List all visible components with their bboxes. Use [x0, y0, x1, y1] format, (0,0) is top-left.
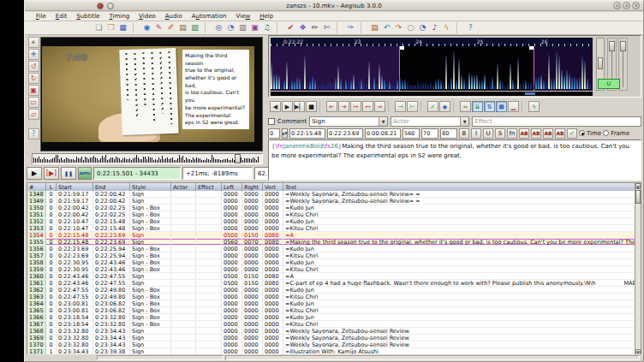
subtitle-row[interactable]: 1364 0 0:23:00.81 0:23:06.82 Sign - Box …	[27, 300, 637, 307]
subtitle-row[interactable]: 1358 0 0:22:30.95 0:22:43.46 Sign - Box …	[27, 259, 637, 266]
duration-field[interactable]: 0:00:08.21	[365, 128, 401, 139]
save-subtitles-icon[interactable]: ▦	[117, 22, 128, 33]
audio-stop-icon[interactable]: ■	[306, 101, 317, 112]
select-lines-icon[interactable]: ▥	[237, 22, 248, 33]
grid-scrollbar[interactable]: ▲ ▼	[635, 182, 641, 356]
subtitle-row[interactable]: 1361 0 0:22:43.46 0:22:47.55 Sign 0500 0…	[27, 280, 637, 287]
auto-next-icon[interactable]: ⇊	[472, 101, 483, 112]
properties-icon[interactable]: ◉	[141, 22, 152, 33]
audio-h-scrollbar[interactable]	[271, 92, 593, 96]
layer-spinner[interactable]: 0	[268, 128, 280, 139]
resample-resolution-icon[interactable]: ▧	[189, 22, 200, 33]
subtitle-row[interactable]: 1360 0 0:22:43.46 0:22:47.55 Sign 0500 0…	[27, 273, 637, 280]
grid-header-cell[interactable]: Text	[283, 183, 637, 191]
open-subtitles-icon[interactable]: ❒	[105, 22, 116, 33]
subtitle-row[interactable]: 1349 0 0:21:59.17 0:22:00.42 Sign 0000 0…	[27, 198, 637, 205]
menu-help[interactable]: Help	[255, 12, 277, 21]
assdraw-icon[interactable]: ✑	[345, 22, 356, 33]
translation-assistant-icon[interactable]: ❖	[297, 22, 308, 33]
video-help-icon[interactable]: ?	[28, 128, 39, 139]
grid-header-cell[interactable]: Actor	[171, 183, 196, 191]
subtitle-row[interactable]: 1366 0 0:23:18.54 0:23:32.80 Sign - Box …	[27, 314, 637, 321]
video-seek-bar[interactable]	[32, 153, 263, 164]
italic-button[interactable]: I	[471, 128, 481, 139]
auto-commit-icon[interactable]: ≈	[460, 101, 471, 112]
scale-tool-icon[interactable]: ▣	[28, 85, 39, 96]
play-selection-button[interactable]: [▶]	[44, 167, 59, 180]
font-button[interactable]: fn	[507, 128, 517, 139]
open-video-icon[interactable]: ▣	[249, 22, 260, 33]
timing-postprocessor-icon[interactable]: ♪	[429, 22, 440, 33]
start-time-field[interactable]: 0:22:15.48	[289, 128, 325, 139]
drag-tool-icon[interactable]: ✛	[28, 49, 39, 60]
pause-button[interactable]: ❚❚	[61, 167, 76, 180]
frame-radio[interactable]	[603, 130, 609, 136]
lead-out-icon[interactable]: ⊢	[407, 101, 418, 112]
chevron-down-icon[interactable]: ▼	[460, 117, 468, 126]
auto-seek-toggle[interactable]: AUTO	[78, 167, 92, 180]
bold-button[interactable]: B	[459, 128, 469, 139]
audio-link-button[interactable]: ∪	[598, 79, 620, 89]
grid-header-cell[interactable]: Vert	[263, 183, 283, 191]
play-button[interactable]: ▶	[27, 167, 42, 180]
styling-assistant-icon[interactable]: ✏	[309, 22, 320, 33]
grid-header-cell[interactable]: End	[93, 183, 130, 191]
commit-button[interactable]: ✓	[567, 128, 577, 139]
subtitle-row[interactable]: 1355 0 0:22:15.48 0:22:23.69 Sign 0560 0…	[27, 239, 637, 246]
shadow-color-button[interactable]: AB	[555, 128, 565, 139]
grid-scroll-thumb[interactable]	[635, 190, 641, 204]
go-to-selection-icon[interactable]: ◆	[439, 101, 450, 112]
play-500ms-after-icon[interactable]: ⇥	[338, 101, 349, 112]
video-display[interactable]: 7:49 Making the third season true to the…	[40, 37, 263, 151]
spectrum-mode-icon[interactable]: ▦	[496, 101, 507, 112]
menu-automation[interactable]: Automation	[188, 12, 231, 21]
shift-times-icon[interactable]: ◔	[225, 22, 236, 33]
subtitle-row[interactable]: 1352 0 0:22:10.47 0:22:15.48 Sign - Box …	[27, 218, 637, 225]
open-keyframes-icon[interactable]: ▤	[369, 22, 380, 33]
primary-color-button[interactable]: AB	[519, 128, 529, 139]
play-500ms-before-icon[interactable]: ⇤	[326, 101, 337, 112]
subtitle-grid[interactable]: #LStartEndStyleActorEffectLeftRightVertT…	[27, 182, 638, 356]
menu-video[interactable]: Video	[134, 12, 160, 21]
rotate-xy-tool-icon[interactable]: ↻	[28, 73, 39, 84]
menu-timing[interactable]: Timing	[104, 12, 134, 21]
play-first-500ms-icon[interactable]: ↦	[350, 101, 361, 112]
margin-left-field[interactable]: 560	[402, 128, 420, 139]
effect-field[interactable]: Effect	[472, 116, 641, 127]
subtitle-row[interactable]: 1357 0 0:22:23.69 0:22:25.94 Sign - Box …	[27, 252, 637, 259]
grid-header-cell[interactable]: Effect	[196, 183, 222, 191]
grid-header-cell[interactable]: Left	[222, 183, 242, 191]
subtitle-row[interactable]: 1367 0 0:23:18.54 0:23:32.80 Sign - Box …	[27, 321, 637, 328]
seek-thumb[interactable]	[235, 154, 241, 163]
subtitle-row[interactable]: 1359 0 0:22:30.95 0:22:43.46 Sign - Box …	[27, 266, 637, 273]
time-radio[interactable]	[579, 130, 585, 136]
play-to-end-icon[interactable]: ⇒	[374, 101, 385, 112]
subtitle-row[interactable]: 1363 0 0:22:47.55 0:22:49.80 Sign - Box …	[27, 294, 637, 300]
style-combobox[interactable]: Sign▼	[309, 116, 388, 127]
karaoke-mode-icon[interactable]: ϟ	[528, 101, 540, 112]
audio-spectrogram[interactable]	[271, 46, 593, 91]
find-icon[interactable]: ○	[405, 22, 416, 33]
grid-header-cell[interactable]: L	[46, 183, 57, 191]
vector-clip-tool-icon[interactable]: ▱	[28, 109, 39, 120]
subtitle-row[interactable]: 1362 0 0:22:47.55 0:22:49.80 Sign - Box …	[27, 287, 637, 294]
subtitle-row[interactable]: 1350 0 0:22:00.42 0:22:02.25 Sign - Box …	[27, 205, 637, 211]
grid-header-cell[interactable]: Start	[57, 183, 93, 191]
waveform-mode-icon[interactable]: ▁	[508, 101, 519, 112]
jump-to-icon[interactable]: ◎	[213, 22, 224, 33]
help-icon[interactable]: ?	[465, 22, 476, 33]
open-audio-icon[interactable]: ♫	[261, 22, 272, 33]
comment-checkbox[interactable]	[268, 118, 275, 125]
attachments-icon[interactable]: ✐	[165, 22, 176, 33]
subtitle-row[interactable]: 1356 0 0:22:23.69 0:22:25.94 Sign - Box …	[27, 246, 637, 252]
audio-play-selection-icon[interactable]: ▶	[282, 101, 293, 112]
subtitle-row[interactable]: 1365 0 0:23:00.81 0:23:06.82 Sign - Box …	[27, 307, 637, 314]
strikeout-button[interactable]: S	[495, 128, 505, 139]
audio-prev-line-icon[interactable]: ◀	[270, 101, 281, 112]
margin-vertical-field[interactable]: 80	[440, 128, 457, 139]
subtitle-row[interactable]: 1348 0 0:21:59.17 0:22:00.42 Sign 0000 0…	[27, 191, 637, 198]
lead-in-icon[interactable]: ⊣	[395, 101, 406, 112]
actor-combobox[interactable]: Actor▼	[391, 116, 469, 127]
standard-tool-icon[interactable]: ⌖	[28, 37, 39, 48]
minimize-button[interactable]: ∨	[613, 2, 621, 9]
